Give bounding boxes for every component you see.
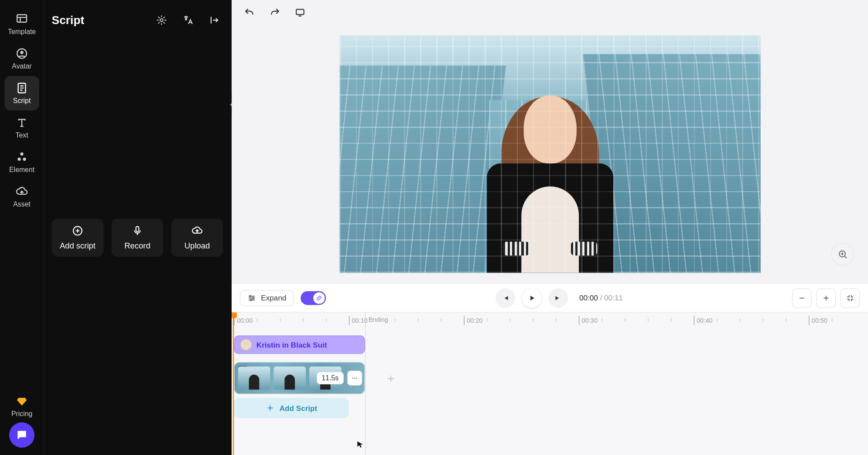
- svg-point-15: [352, 378, 353, 379]
- rail-item-template[interactable]: Template: [5, 7, 39, 41]
- play-button[interactable]: [522, 288, 541, 308]
- skip-back-icon: [501, 294, 509, 302]
- bg-building: [489, 100, 615, 272]
- rail-label: Script: [13, 97, 31, 104]
- rail-item-text[interactable]: Text: [5, 110, 39, 145]
- collapse-right-icon: [208, 14, 220, 26]
- svg-point-13: [253, 297, 254, 299]
- zoom-in-button[interactable]: [816, 288, 836, 308]
- next-button[interactable]: [548, 288, 568, 308]
- rail-item-element[interactable]: Element: [5, 145, 39, 179]
- expand-button[interactable]: Expand: [240, 290, 294, 306]
- redo-button[interactable]: [265, 3, 285, 23]
- panel-actions: Add script Record Upload: [52, 219, 224, 257]
- svg-point-17: [356, 378, 357, 379]
- script-icon: [16, 82, 28, 94]
- asset-icon: [16, 185, 28, 198]
- link-toggle[interactable]: [301, 291, 326, 305]
- rail-item-script[interactable]: Script: [5, 76, 39, 110]
- ruler-subtick: [257, 318, 257, 322]
- cursor-indicator: [356, 440, 365, 449]
- ruler-subtick: [740, 318, 740, 322]
- rail-item-avatar[interactable]: Avatar: [5, 41, 39, 76]
- avatar-lane: Kristin in Black Suit: [232, 335, 862, 357]
- playhead[interactable]: [233, 313, 234, 455]
- plus-icon: [266, 403, 275, 413]
- timecode: 00:00 / 00:11: [579, 293, 623, 302]
- add-script-label: Add Script: [280, 404, 318, 413]
- timeline-ruler[interactable]: 00:0000:1000:2000:3000:4000:50Ending: [232, 313, 868, 329]
- fit-button[interactable]: [841, 288, 860, 308]
- timeline[interactable]: 00:0000:1000:2000:3000:4000:50Ending Kri…: [232, 312, 868, 455]
- add-scene-plus[interactable]: [382, 370, 400, 387]
- ruler-subtick: [303, 318, 304, 322]
- avatar-clip[interactable]: Kristin in Black Suit: [234, 335, 365, 354]
- bg-building: [339, 65, 506, 272]
- svg-point-12: [249, 295, 251, 297]
- svg-rect-0: [17, 15, 27, 22]
- device-icon: [294, 7, 306, 18]
- width-toggle-button[interactable]: [205, 11, 223, 29]
- translate-button[interactable]: [179, 11, 197, 29]
- upload-card[interactable]: Upload: [171, 219, 223, 257]
- svg-point-4: [20, 152, 23, 155]
- preview-canvas[interactable]: [339, 36, 760, 273]
- canvas-wrap: [232, 25, 868, 283]
- avatar-figure: [475, 65, 625, 272]
- zoom-fit-button[interactable]: [831, 243, 854, 266]
- timeline-lanes: Kristin in Black Suit 1 11.5s: [232, 335, 868, 455]
- chat-icon: [16, 429, 28, 441]
- svg-point-5: [17, 158, 21, 161]
- scene-more-button[interactable]: [347, 371, 362, 386]
- ruler-subtick: [510, 318, 510, 322]
- device-frame-button[interactable]: [290, 3, 310, 23]
- rail-label: Text: [16, 131, 28, 139]
- ruler-tick: 00:20: [464, 316, 483, 325]
- ruler-subtick: [487, 318, 487, 322]
- script-panel: Script Add script Record: [44, 0, 232, 455]
- record-card[interactable]: Record: [112, 219, 164, 257]
- svg-point-16: [354, 378, 355, 379]
- scene-duration: 11.5s: [317, 372, 344, 384]
- rail-pricing[interactable]: Pricing: [11, 396, 32, 423]
- prev-button[interactable]: [495, 288, 515, 308]
- ruler-subtick: [717, 318, 717, 322]
- player-bar: Expand 00:00 / 00:1: [232, 283, 868, 312]
- rail-label: Avatar: [12, 62, 31, 70]
- ruler-subtick: [832, 318, 832, 322]
- ai-icon: [156, 14, 167, 26]
- plus-icon: [821, 293, 830, 302]
- plus-circle-icon: [72, 225, 83, 236]
- main-area: Expand 00:00 / 00:1: [232, 0, 868, 455]
- play-icon: [527, 294, 535, 302]
- action-label: Record: [124, 241, 150, 250]
- svg-point-14: [250, 299, 252, 301]
- chat-button[interactable]: [9, 422, 34, 448]
- svg-point-6: [23, 158, 26, 161]
- add-script-button[interactable]: Add Script: [234, 398, 349, 418]
- ending-label: Ending: [369, 316, 388, 323]
- undo-button[interactable]: [240, 3, 260, 23]
- link-icon: [316, 294, 323, 301]
- cursor-icon: [356, 440, 365, 449]
- template-icon: [16, 13, 28, 25]
- zoom-out-button[interactable]: [792, 288, 812, 308]
- ruler-subtick: [786, 318, 786, 322]
- scene-clip[interactable]: 1 11.5s: [234, 362, 365, 394]
- rail-item-asset[interactable]: Asset: [5, 179, 39, 214]
- ruler-subtick: [418, 318, 418, 322]
- collapse-icon: [846, 293, 855, 302]
- ruler-subtick: [280, 318, 280, 322]
- ruler-subtick: [441, 318, 441, 322]
- add-script-card[interactable]: Add script: [52, 219, 104, 257]
- avatar-thumb: [240, 339, 252, 350]
- expand-label: Expand: [261, 293, 286, 302]
- action-label: Add script: [60, 241, 96, 250]
- panel-title: Script: [52, 14, 85, 27]
- translate-icon: [182, 14, 194, 26]
- svg-point-7: [160, 19, 163, 22]
- ruler-subtick: [556, 318, 556, 322]
- ruler-tick: 00:30: [579, 316, 598, 325]
- ai-button[interactable]: [152, 11, 171, 29]
- bg-building: [582, 54, 760, 273]
